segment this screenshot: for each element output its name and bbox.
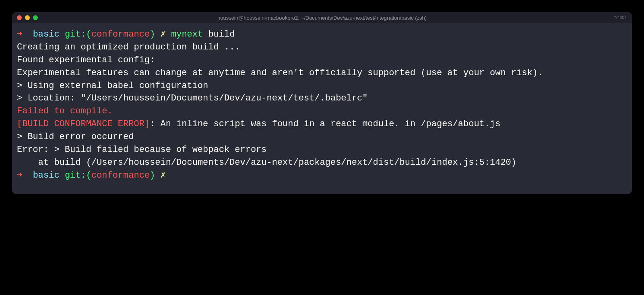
window-title: houssein@houssein-macbookpro2: ~/Documen… [217, 15, 427, 21]
terminal-window: houssein@houssein-macbookpro2: ~/Documen… [12, 12, 632, 194]
output-line: Error: > Build failed because of webpack… [17, 143, 627, 156]
output-line: Experimental features can change at anyt… [17, 67, 627, 80]
output-line: > Using external babel configuration [17, 80, 627, 92]
git-branch: conformance [91, 29, 150, 39]
command-name: mynext [171, 29, 203, 39]
maximize-button[interactable] [33, 15, 38, 20]
prompt-line-1: ➜ basic git:(conformance) ✗ mynext build [17, 28, 627, 41]
close-button[interactable] [17, 15, 22, 20]
window-shortcut-label: ⌥⌘1 [614, 15, 627, 20]
output-line: Creating an optimized production build .… [17, 41, 627, 54]
output-line: > Build error occurred [17, 131, 627, 143]
command-arg: build [208, 29, 235, 39]
output-line: at build (/Users/houssein/Documents/Dev/… [17, 156, 627, 169]
dirty-icon: ✗ [161, 29, 166, 39]
prompt-arrow-icon: ➜ [17, 170, 22, 180]
error-line: [BUILD CONFORMANCE ERROR]: An inline scr… [17, 118, 627, 131]
prompt-arrow-icon: ➜ [17, 29, 22, 39]
git-label: git:( [65, 170, 91, 180]
git-close-paren: ) [150, 29, 155, 39]
git-close-paren: ) [150, 170, 155, 180]
titlebar: houssein@houssein-macbookpro2: ~/Documen… [12, 12, 632, 23]
git-branch: conformance [91, 170, 150, 180]
output-line: > Location: "/Users/houssein/Documents/D… [17, 92, 627, 105]
minimize-button[interactable] [25, 15, 30, 20]
output-line: Found experimental config: [17, 54, 627, 67]
error-tag: [BUILD CONFORMANCE ERROR] [17, 119, 150, 129]
prompt-line-2: ➜ basic git:(conformance) ✗ [17, 169, 627, 182]
terminal-body[interactable]: ➜ basic git:(conformance) ✗ mynext build… [12, 23, 632, 194]
error-message: : An inline script was found in a react … [150, 119, 500, 129]
dirty-icon: ✗ [161, 170, 166, 180]
cwd-label: basic [33, 170, 60, 180]
traffic-lights [17, 15, 38, 20]
git-label: git:( [65, 29, 91, 39]
cwd-label: basic [33, 29, 60, 39]
error-line: Failed to compile. [17, 105, 627, 118]
